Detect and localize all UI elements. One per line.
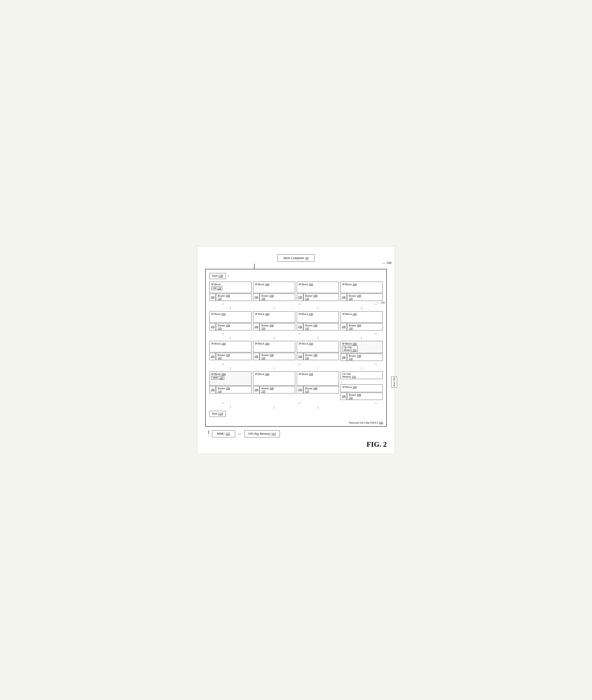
ip-block-4-4: IP Block 104 (341, 384, 383, 392)
buf-box-1-1: 106 (209, 293, 216, 301)
node-cell-2-4: IP Block 104 106 Router 108 110 (341, 311, 383, 330)
ip-block-1-3: IP Block 104 (297, 282, 339, 293)
port-124-box: Port 124 (209, 411, 226, 417)
node-cell-3-1: IP Block 104 106 Router 108 110 (209, 341, 251, 361)
page: — 100 Host Computer 10 Port 130 ↕ IP Blo… (197, 246, 395, 454)
ip-block-mmu-120: IP Block 104 MMU 120 (209, 371, 251, 386)
mmu-122-box: MMU 122 (212, 430, 235, 437)
row-3: IP Block 104 106 Router 108 110 IP Block… (209, 341, 383, 361)
bottom-arrow-1: ↔ (235, 432, 245, 436)
noc-label: Network On Chip (NOC) 102 (349, 421, 383, 424)
ip-block-1-4: IP Block 104 (341, 282, 383, 293)
fig-label: FIG. 2 (205, 440, 387, 448)
node-cell-3-2: IP Block 104 106 Router 108 110 (253, 341, 295, 361)
port-130-arrow: ↕ (227, 274, 229, 278)
v-arrows-below-4: ↕ ↕ ↕ (209, 405, 383, 409)
label-118: — 118 (377, 301, 385, 304)
offchip-112-box: Off-chip Memory 112 (245, 430, 280, 437)
buf-box-1-4: 106 (341, 293, 347, 301)
ip-block-2-1: IP Block 104 (209, 311, 251, 323)
ip-block-1-2: IP Block 104 (253, 282, 295, 293)
port-130-box: Port 130 (209, 273, 226, 279)
router-row-1-3: 106 Router 108 110 (297, 293, 339, 301)
router-row-1-1: 106 Router 108 110 (209, 293, 251, 301)
node-cell-1-3: IP Block 104 106 Router 108 110 (297, 282, 339, 301)
router-box-1-1: Router 108 110 (216, 293, 251, 301)
h-arrows-row-3: ↔ ↔ ↔ (209, 362, 383, 366)
node-cell-1-4: IP Block 104 106 Router 108 110 (341, 282, 383, 301)
node-cell-4-1: IP Block 104 MMU 120 106 Router 108 110 (209, 371, 251, 400)
buf-box-1-2: 106 (253, 293, 259, 301)
h-arrows-row-2: ↔ ↔ ↔ (209, 331, 383, 336)
onchip-114-box: On-chipMemory 114 (341, 371, 383, 379)
row-2: IP Block 104 106 Router 108 110 IP Block… (209, 311, 383, 330)
router-row-1-4: 106 Router 108 110 (341, 293, 383, 301)
row-4: IP Block 104 MMU 120 106 Router 108 110 … (209, 371, 383, 400)
noc-box: Port 130 ↕ IP Block HIP 128 (205, 269, 387, 427)
router-row-1-2: 106 Router 108 110 (253, 293, 295, 301)
node-cell-1-2: IP Block 104 106 Router 108 110 (253, 282, 295, 301)
node-cell-4-2: IP Block 104 106 Router 108 110 (253, 371, 295, 400)
node-cell-3-4: IP Block 104 On-chipMemory 116 106 Route… (341, 341, 383, 361)
node-cell-2-1: IP Block 104 106 Router 108 110 (209, 311, 251, 330)
buf-box-1-3: 106 (297, 293, 303, 301)
node-cell-2-2: IP Block 104 106 Router 108 110 (253, 311, 295, 330)
v-arrows-3-4: ↕ ↕ ↕ ↕ (209, 366, 383, 370)
h-arrows-row-1: ↔ ↔ ↔ — 118 (209, 302, 383, 306)
port-130-area: Port 130 ↕ (209, 273, 383, 279)
router-box-1-2: Router 108 110 (259, 293, 295, 301)
port-124-area: Port 124 (209, 411, 383, 417)
node-cell-4-4: On-chipMemory 114 ↕ IP Block 104 106 Rou… (341, 371, 383, 400)
node-cell-4-3: IP Block 104 106 Router 108 110 (297, 371, 339, 400)
ref-100: — 100 (382, 261, 391, 265)
v-arrows-2-3: ↕ ↕ ↕ ↕ (209, 336, 383, 340)
router-box-1-4: Router 108 110 (347, 293, 383, 301)
port-126-box: Port 126 (391, 377, 397, 387)
h-arrows-row-4: ↔ ↔ ↔ (209, 401, 383, 405)
onchip-116-box: On-chipMemory 116 (342, 345, 358, 352)
mmu-120-box: MMU 120 (211, 376, 224, 380)
host-computer-box: Host Computer 10 (278, 254, 314, 262)
host-arrow-down (122, 264, 387, 269)
router-box-1-3: Router 108 110 (303, 293, 339, 301)
node-cell-3-3: IP Block 104 106 Router 108 110 (297, 341, 339, 361)
hip-inner-box: HIP 128 (211, 286, 223, 290)
bottom-external: ↑ MMU 122 ↔ Off-chip Memory 112 (205, 430, 387, 438)
row-1: IP Block HIP 128 106 Router 108 110 (209, 282, 383, 301)
host-computer-section: Host Computer 10 (205, 254, 387, 262)
ip-block-hip: IP Block HIP 128 (209, 282, 251, 293)
node-cell-2-3: IP Block 104 106 Router 108 110 (297, 311, 339, 330)
v-arrows-1-2: ↕ ↕ ↕ ↕ (209, 306, 383, 310)
ip-block-onchip-116: IP Block 104 On-chipMemory 116 (341, 341, 383, 353)
node-cell-1-1: IP Block HIP 128 106 Router 108 110 (209, 282, 251, 301)
